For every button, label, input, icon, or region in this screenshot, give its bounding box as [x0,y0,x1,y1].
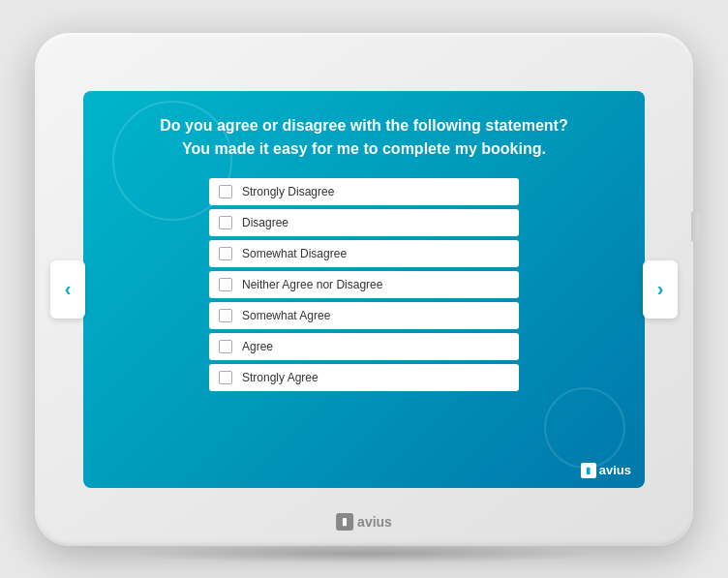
avius-brand-bottom: avius [357,514,392,530]
option-label-neither: Neither Agree nor Disagree [242,278,382,291]
option-somewhat-agree[interactable]: Somewhat Agree [209,302,519,329]
checkbox-somewhat-agree[interactable] [219,309,232,322]
option-strongly-disagree[interactable]: Strongly Disagree [209,178,519,205]
option-label-somewhat-agree: Somewhat Agree [242,309,330,322]
tablet-shadow [122,544,606,563]
checkbox-agree[interactable] [219,340,232,353]
option-label-strongly-agree: Strongly Agree [242,371,318,384]
tablet-device: ‹ › Do you agree or disagree with the fo… [35,33,693,546]
question-text: Do you agree or disagree with the follow… [160,114,567,161]
tablet-frame: ‹ › Do you agree or disagree with the fo… [35,33,693,546]
checkbox-strongly-disagree[interactable] [219,185,232,198]
option-somewhat-disagree[interactable]: Somewhat Disagree [209,240,519,267]
checkbox-strongly-agree[interactable] [219,371,232,384]
option-label-disagree: Disagree [242,216,288,229]
chevron-left-icon: ‹ [65,278,72,300]
tablet-screen: Do you agree or disagree with the follow… [83,91,645,488]
nav-right-button[interactable]: › [643,260,678,319]
checkbox-somewhat-disagree[interactable] [219,247,232,260]
options-list: Strongly Disagree Disagree Somewhat Disa… [209,178,519,391]
question-line1: Do you agree or disagree with the follow… [160,114,567,137]
option-strongly-agree[interactable]: Strongly Agree [209,364,519,391]
tablet-bottom-branding: ▮ avius [336,513,392,531]
option-label-strongly-disagree: Strongly Disagree [242,185,334,198]
option-disagree[interactable]: Disagree [209,209,519,236]
option-neither[interactable]: Neither Agree nor Disagree [209,271,519,298]
avius-icon-bottom: ▮ [336,513,353,531]
power-button[interactable] [691,212,699,241]
question-line2: You made it easy for me to complete my b… [160,137,567,161]
avius-icon-screen: ▮ [581,463,596,478]
avius-screen-logo: ▮ avius [581,463,631,478]
option-label-somewhat-disagree: Somewhat Disagree [242,247,347,260]
option-agree[interactable]: Agree [209,333,519,360]
checkbox-neither[interactable] [219,278,232,291]
avius-brand-screen: avius [599,463,631,477]
chevron-right-icon: › [657,278,664,300]
checkbox-disagree[interactable] [219,216,232,229]
option-label-agree: Agree [242,340,273,353]
nav-left-button[interactable]: ‹ [50,260,85,319]
